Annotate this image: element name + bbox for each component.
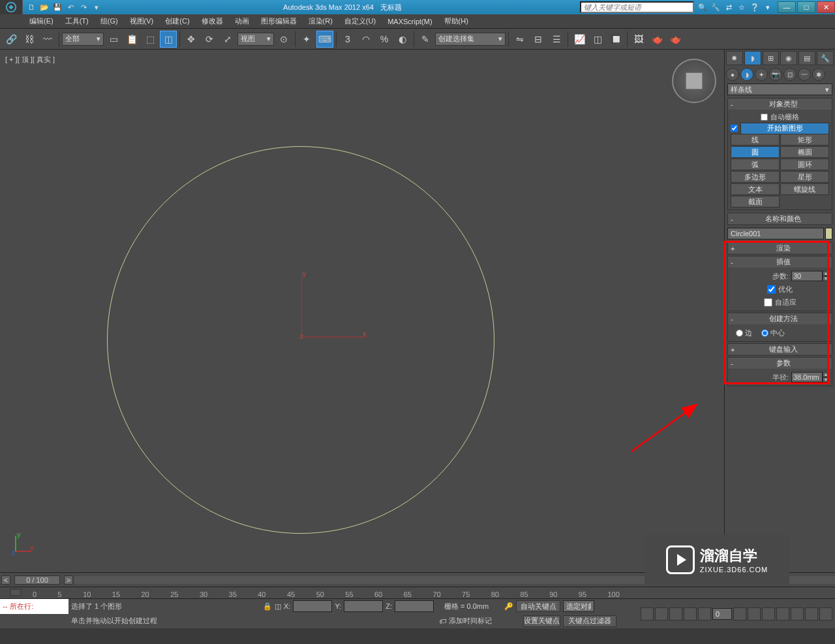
goto-start-icon[interactable] <box>641 607 654 621</box>
align-icon[interactable]: ⊟ <box>530 31 547 48</box>
time-ruler[interactable]: 0510 152025 303540 455055 606570 758085 … <box>0 587 835 598</box>
rollout-head-creation-method[interactable]: -创建方法 <box>728 313 832 324</box>
menu-animation[interactable]: 动画 <box>235 16 249 26</box>
save-icon[interactable]: 💾 <box>52 1 63 13</box>
minimize-button[interactable]: — <box>778 1 796 13</box>
sub-cameras[interactable]: 📷 <box>769 68 782 81</box>
nav-pan-icon[interactable] <box>748 607 761 621</box>
star-icon[interactable]: ☆ <box>736 1 748 13</box>
new-icon[interactable]: 🗋 <box>25 1 37 13</box>
auto-grid-checkbox[interactable] <box>761 114 768 121</box>
layers-icon[interactable]: ☰ <box>548 31 565 48</box>
btn-section[interactable]: 截面 <box>731 196 780 207</box>
sub-helpers[interactable]: ⊡ <box>783 68 797 81</box>
maximize-button[interactable]: □ <box>797 1 815 13</box>
exchange-icon[interactable]: ⇄ <box>723 1 735 13</box>
start-new-shape-button[interactable]: 开始新图形 <box>740 123 829 134</box>
qat-chevron-icon[interactable]: ▾ <box>91 1 102 13</box>
help-search-input[interactable] <box>580 1 694 13</box>
rollout-head-name-color[interactable]: -名称和颜色 <box>728 213 832 224</box>
rollout-head-parameters[interactable]: -参数 <box>728 358 832 369</box>
search-icon[interactable]: 🔍 <box>697 1 708 13</box>
nav-max-icon[interactable] <box>819 607 832 621</box>
sub-spacewarps[interactable]: 〰 <box>798 68 811 81</box>
rollout-head-rendering[interactable]: +渲染 <box>728 243 832 254</box>
object-name-input[interactable] <box>727 228 824 239</box>
trackbar-toggle-icon[interactable] <box>9 588 23 598</box>
radius-up[interactable]: ▲ <box>823 372 829 377</box>
x-input[interactable] <box>293 600 332 612</box>
menu-rendering[interactable]: 渲染(R) <box>309 16 333 26</box>
menu-edit[interactable]: 编辑(E) <box>29 16 53 26</box>
material-icon[interactable]: 🔲 <box>607 31 624 48</box>
menu-modifiers[interactable]: 修改器 <box>202 16 223 26</box>
rollout-head-interpolation[interactable]: -插值 <box>728 256 832 268</box>
object-color-swatch[interactable] <box>825 228 832 239</box>
viewcube[interactable] <box>672 59 716 103</box>
rollout-head-object-type[interactable]: -对象类型 <box>728 99 832 110</box>
radio-center[interactable] <box>761 330 768 337</box>
nav-fov-icon[interactable] <box>791 607 804 621</box>
link-icon[interactable]: 🔗 <box>3 31 20 48</box>
start-new-shape-checkbox[interactable] <box>731 125 738 132</box>
schematic-icon[interactable]: ◫ <box>589 31 606 48</box>
auto-key-button[interactable]: 自动关键点 <box>516 600 560 612</box>
undo-icon[interactable]: ↶ <box>65 1 76 13</box>
selection-filter-combo[interactable]: 全部▾ <box>62 33 104 46</box>
steps-input[interactable] <box>791 271 823 281</box>
radio-edge[interactable] <box>736 330 743 337</box>
tab-create[interactable]: ✹ <box>726 51 743 65</box>
key-filter-button[interactable]: 关键点过滤器 <box>563 615 616 627</box>
y-input[interactable] <box>344 600 383 612</box>
nav-orbit-icon[interactable] <box>805 607 818 621</box>
time-config-icon[interactable] <box>733 607 746 621</box>
menu-create[interactable]: 创建(C) <box>165 16 189 26</box>
key-mode-icon[interactable]: 🔑 <box>504 602 513 611</box>
named-sel-combo[interactable]: 创建选择集▾ <box>435 33 506 46</box>
viewport[interactable]: [ + ][ 顶 ][ 真实 ] y x z y x z <box>0 50 724 572</box>
tab-motion[interactable]: ◉ <box>780 51 797 65</box>
category-dropdown[interactable]: 样条线▾ <box>727 84 832 95</box>
next-frame-icon[interactable] <box>684 607 697 621</box>
select-icon[interactable]: ▭ <box>105 31 122 48</box>
time-prev[interactable]: < <box>1 575 10 585</box>
curve-editor-icon[interactable]: 📈 <box>571 31 588 48</box>
help-icon[interactable]: ❔ <box>749 1 761 13</box>
spinner-snap-icon[interactable]: ◐ <box>394 31 411 48</box>
select-region-icon[interactable]: ⬚ <box>142 31 159 48</box>
bind-icon[interactable]: 〰 <box>39 31 56 48</box>
sub-geometry[interactable]: ● <box>726 68 739 81</box>
nav-zoom-ext-icon[interactable] <box>776 607 789 621</box>
chevron-down-icon[interactable]: ▾ <box>762 1 774 13</box>
lock-icon[interactable]: 🔒 <box>263 602 272 611</box>
tab-display[interactable]: ▤ <box>798 51 815 65</box>
named-sel-icon[interactable]: ✎ <box>417 31 434 48</box>
window-crossing-icon[interactable]: ◫ <box>160 31 177 48</box>
sub-lights[interactable]: ✦ <box>755 68 768 81</box>
btn-star[interactable]: 星形 <box>780 171 829 183</box>
menu-tools[interactable]: 工具(T) <box>65 16 89 26</box>
menu-group[interactable]: 组(G) <box>100 16 118 26</box>
btn-arc[interactable]: 弧 <box>731 159 780 170</box>
btn-text[interactable]: 文本 <box>731 183 780 195</box>
mirror-icon[interactable]: ⇋ <box>511 31 528 48</box>
add-time-tag[interactable]: 添加时间标记 <box>449 616 492 626</box>
z-input[interactable] <box>395 600 434 612</box>
select-by-name-icon[interactable]: 📋 <box>123 31 140 48</box>
key-icon[interactable]: 🔧 <box>710 1 721 13</box>
btn-rectangle[interactable]: 矩形 <box>780 134 829 146</box>
btn-ellipse[interactable]: 椭圆 <box>780 146 829 158</box>
radius-input[interactable] <box>791 372 823 382</box>
close-button[interactable]: ✕ <box>817 1 835 13</box>
render-icon[interactable]: 🫖 <box>667 31 684 48</box>
btn-circle[interactable]: 圆 <box>731 146 780 158</box>
nav-zoom-icon[interactable] <box>762 607 775 621</box>
time-tag-icon[interactable]: 🏷 <box>439 617 446 625</box>
redo-icon[interactable]: ↷ <box>78 1 89 13</box>
btn-line[interactable]: 线 <box>731 134 780 146</box>
set-key-button[interactable]: 设置关键点 <box>523 615 560 627</box>
btn-helix[interactable]: 螺旋线 <box>780 183 829 195</box>
prev-frame-icon[interactable] <box>655 607 668 621</box>
keyboard-shortcut-icon[interactable]: ⌨ <box>316 31 333 48</box>
pivot-icon[interactable]: ⊙ <box>275 31 292 48</box>
